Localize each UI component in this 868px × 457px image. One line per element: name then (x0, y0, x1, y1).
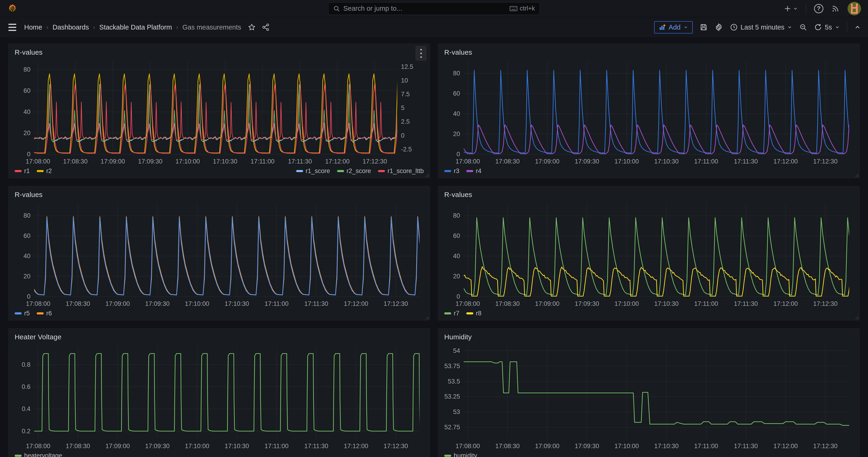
legend-item-r5[interactable]: r5 (14, 310, 30, 317)
series-r7 (442, 218, 855, 295)
y-axis-tick-label: 52.75 (444, 424, 460, 431)
zoom-out-icon[interactable] (799, 23, 807, 31)
legend-swatch (296, 170, 303, 172)
x-axis-tick-label: 17:09:30 (575, 300, 599, 307)
breadcrumb-dashboards[interactable]: Dashboards (53, 24, 89, 31)
chart-r-values-4[interactable]: 02040608017:08:0017:08:3017:09:0017:09:3… (442, 200, 855, 309)
legend-swatch (444, 312, 451, 314)
x-axis-tick-label: 17:10:00 (176, 158, 200, 165)
news-rss-icon[interactable] (831, 4, 840, 13)
panel-title[interactable]: R-values (14, 191, 42, 199)
divider (847, 22, 847, 32)
chart-r-values-1[interactable]: 020406080-2.502.557.51012.517:08:0017:08… (13, 57, 426, 166)
x-axis-tick-label: 17:12:30 (383, 300, 408, 307)
y-axis-tick-label: 40 (453, 252, 460, 260)
y-axis-tick-label: 60 (24, 232, 30, 239)
settings-gear-icon[interactable] (715, 23, 723, 31)
plus-icon (784, 5, 792, 12)
search-shortcut: ctrl+k (509, 5, 535, 12)
share-icon[interactable] (262, 23, 270, 31)
collapse-toolbar-chevron-up-icon[interactable] (854, 24, 861, 31)
legend-swatch (14, 455, 22, 457)
x-axis-tick-label: 17:11:30 (288, 158, 312, 165)
panel-r-values-1: R-values 020406080-2.502.557.51012.517:0… (8, 44, 430, 178)
breadcrumb-home[interactable]: Home (24, 24, 42, 31)
refresh-icon (814, 23, 822, 31)
chart-r-values-2[interactable]: 02040608017:08:0017:08:3017:09:0017:09:3… (442, 57, 855, 166)
legend-label: r7 (454, 310, 459, 317)
x-axis-tick-label: 17:12:30 (813, 158, 838, 165)
x-axis-tick-label: 17:11:00 (694, 300, 718, 307)
x-axis-tick-label: 17:12:00 (773, 443, 798, 450)
legend-label: r8 (476, 310, 482, 317)
legend: heatervoltage (9, 451, 430, 457)
legend-item-r4[interactable]: r4 (466, 167, 482, 175)
legend-swatch (37, 312, 44, 314)
x-axis-tick-label: 17:08:00 (456, 300, 480, 307)
time-range-picker[interactable]: Last 5 minutes (730, 23, 793, 31)
panel-header: Humidity (438, 332, 859, 342)
panel-title[interactable]: R-values (444, 49, 472, 56)
user-avatar[interactable] (847, 2, 861, 16)
y-axis-right-tick-label: 2.5 (401, 118, 410, 125)
panel-heater-voltage: Heater Voltage 0.20.40.60.817:08:0017:08… (8, 328, 430, 457)
grafana-logo[interactable] (7, 3, 18, 14)
breadcrumb-separator: › (46, 24, 48, 31)
chart-r-values-3[interactable]: 02040608017:08:0017:08:3017:09:0017:09:3… (13, 200, 426, 309)
legend-item-heatervoltage[interactable]: heatervoltage (14, 452, 62, 457)
y-axis-right-tick-label: 7.5 (401, 91, 410, 98)
x-axis-tick-label: 17:10:30 (224, 443, 249, 450)
chart-heater-voltage[interactable]: 0.20.40.60.817:08:0017:08:3017:09:0017:0… (13, 342, 426, 451)
legend-item-r2[interactable]: r2 (37, 167, 52, 175)
panel-title[interactable]: Humidity (444, 333, 472, 341)
legend-item-r1[interactable]: r1 (14, 167, 30, 175)
y-axis-tick-label: 20 (24, 129, 30, 136)
breadcrumb-folder[interactable]: Stackable Data Platform (99, 24, 172, 31)
panel-r-values-4: R-values 02040608017:08:0017:08:3017:09:… (438, 186, 860, 321)
save-icon[interactable] (700, 23, 708, 31)
x-axis-tick-label: 17:12:00 (344, 300, 368, 307)
panel-title[interactable]: R-values (14, 49, 42, 56)
x-axis-tick-label: 17:10:30 (654, 158, 679, 165)
panel-r-values-2: R-values 02040608017:08:0017:08:3017:09:… (438, 44, 860, 178)
x-axis-tick-label: 17:10:00 (614, 443, 639, 450)
legend-item-r1_score_lttb[interactable]: r1_score_lttb (378, 167, 424, 175)
x-axis-tick-label: 17:09:00 (105, 443, 130, 450)
panel-r-values-3: R-values 02040608017:08:0017:08:3017:09:… (8, 186, 430, 321)
chart-humidity[interactable]: 52.755353.2553.553.755417:08:0017:08:301… (442, 342, 855, 451)
add-button[interactable]: Add (654, 21, 693, 33)
legend-item-r1_score[interactable]: r1_score (296, 167, 330, 175)
legend-label: r2 (46, 167, 52, 175)
y-axis-tick-label: 0 (27, 151, 30, 158)
legend-item-r3[interactable]: r3 (444, 167, 459, 175)
top-navigation-bar: Search or jump to... ctrl+k ? (0, 0, 868, 17)
legend-item-r7[interactable]: r7 (444, 310, 459, 317)
y-axis-right-tick-label: 10 (401, 77, 408, 84)
y-axis-tick-label: 53.75 (444, 363, 460, 370)
panel-title[interactable]: R-values (444, 191, 472, 199)
y-axis-right-tick-label: 5 (401, 104, 404, 112)
legend-swatch (37, 170, 44, 172)
x-axis-tick-label: 17:12:30 (813, 443, 838, 450)
legend-swatch (14, 170, 22, 172)
help-icon[interactable]: ? (814, 4, 824, 13)
star-icon[interactable] (248, 23, 256, 31)
search-input[interactable]: Search or jump to... ctrl+k (328, 2, 540, 15)
legend-item-r8[interactable]: r8 (466, 310, 482, 317)
y-axis-tick-label: 0.8 (22, 361, 30, 368)
legend-item-humidity[interactable]: humidity (444, 452, 477, 457)
refresh-picker[interactable]: 5s (814, 23, 840, 31)
x-axis-tick-label: 17:11:00 (265, 300, 288, 307)
legend-item-r6[interactable]: r6 (37, 310, 52, 317)
x-axis-tick-label: 17:08:30 (66, 443, 90, 450)
legend-item-r2_score[interactable]: r2_score (337, 167, 371, 175)
y-axis-tick-label: 0.4 (22, 405, 30, 413)
x-axis-tick-label: 17:09:30 (138, 158, 162, 165)
search-icon (333, 5, 340, 12)
x-axis-tick-label: 17:08:00 (26, 443, 51, 450)
mega-menu-toggle[interactable] (7, 22, 18, 32)
x-axis-tick-label: 17:11:00 (694, 158, 718, 165)
breadcrumb-current: Gas measurements (182, 24, 241, 31)
panel-title[interactable]: Heater Voltage (14, 333, 61, 341)
new-menu-button[interactable] (784, 5, 798, 12)
